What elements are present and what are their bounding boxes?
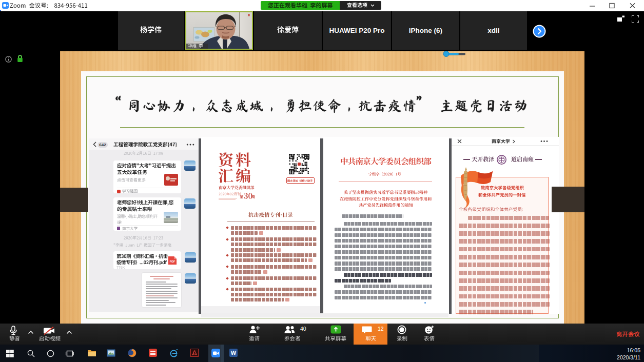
svg-text:PDF: PDF (170, 259, 175, 263)
